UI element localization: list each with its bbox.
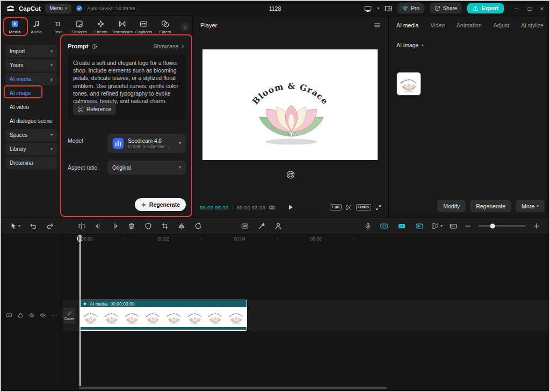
ai-image-thumbnail[interactable]: Bloom & Grace <box>396 72 421 96</box>
audio-icon <box>32 20 40 28</box>
frame-view-icon[interactable] <box>269 205 275 210</box>
track-preview-icon[interactable] <box>6 312 12 318</box>
tab-ai-media[interactable]: AI media <box>396 22 418 28</box>
share-button[interactable]: Share <box>430 3 462 13</box>
audio-track-icon[interactable] <box>432 222 439 230</box>
track-toggle-3-icon[interactable] <box>414 222 425 230</box>
delete-icon[interactable] <box>128 222 135 230</box>
timeline-ruler[interactable]: 00:00|00:02|00:04|00:06| <box>1 235 549 244</box>
trim-right-icon[interactable] <box>111 222 119 230</box>
showcase-link[interactable]: Showcase <box>154 43 186 49</box>
modify-button[interactable]: Modify <box>437 200 466 212</box>
reference-icon <box>78 106 84 112</box>
menu-button[interactable]: Menu ▾ <box>45 4 71 13</box>
zoom-out-icon[interactable] <box>464 222 472 230</box>
aspect-ratio-dropdown[interactable]: Original ▾ <box>107 161 186 175</box>
chevron-down-icon[interactable]: ▾ <box>18 224 20 228</box>
track-toggle-2-icon[interactable] <box>396 222 407 230</box>
redo-icon[interactable] <box>46 222 54 230</box>
timeline-scrollbar[interactable] <box>79 387 387 389</box>
crop-icon[interactable] <box>161 222 169 230</box>
maximize-button[interactable]: □ <box>528 5 531 12</box>
clip-duration: 00:00:03:00 <box>111 301 135 307</box>
sidebar-item-yours[interactable]: Yours ▾ <box>5 59 57 71</box>
rotate-icon[interactable] <box>194 222 202 230</box>
undo-icon[interactable] <box>30 222 37 230</box>
tab-captions[interactable]: Captions <box>133 20 154 34</box>
sidebar-item-spaces[interactable]: Spaces ▾ <box>5 129 57 141</box>
info-icon[interactable] <box>91 43 97 49</box>
play-button[interactable] <box>287 204 294 211</box>
ruler-tick: | <box>125 236 126 241</box>
more-button[interactable]: More ▾ <box>516 200 545 212</box>
sidebar-item-ai-video[interactable]: AI video <box>5 101 57 113</box>
mirror-icon[interactable] <box>178 222 185 230</box>
chevron-down-icon[interactable]: ▾ <box>377 6 379 11</box>
tab-audio[interactable]: Audio <box>26 20 47 34</box>
clip-header: AI media 00:00:03:00 <box>80 300 247 307</box>
track-header-divider <box>62 235 62 392</box>
tab-animation[interactable]: Animation <box>457 22 482 28</box>
sidebar-item-library[interactable]: Library ▾ <box>5 143 57 155</box>
track-toggle-1-icon[interactable] <box>379 222 389 230</box>
reference-button[interactable]: Reference <box>73 103 116 115</box>
tab-ai-stylize[interactable]: AI stylize <box>521 22 544 28</box>
visibility-icon[interactable] <box>28 312 35 318</box>
sidebar-item-dreamina[interactable]: Dreamina <box>5 157 57 169</box>
fullscreen-icon[interactable] <box>375 205 381 210</box>
chevron-down-icon[interactable]: ▾ <box>440 224 443 228</box>
tab-video[interactable]: Video <box>430 22 445 28</box>
tab-transitions[interactable]: Transitions <box>112 20 133 34</box>
text-icon: TI <box>54 20 62 28</box>
tab-effects[interactable]: Effects <box>90 20 111 34</box>
focus-icon[interactable] <box>346 205 352 210</box>
model-dropdown[interactable]: Seedream 4.0 Create a cohesive ... ▾ <box>107 134 186 153</box>
sidebar-item-ai-image[interactable]: AI image <box>5 87 57 99</box>
character-icon[interactable] <box>274 222 282 230</box>
tab-media[interactable]: Media <box>4 20 25 34</box>
mute-icon[interactable] <box>40 312 46 318</box>
prompt-input[interactable]: Create a soft and elegant logo for a flo… <box>68 54 186 120</box>
tab-stickers[interactable]: Stickers <box>69 20 90 34</box>
microphone-icon[interactable] <box>364 222 372 230</box>
playhead[interactable] <box>79 235 81 386</box>
trim-left-icon[interactable] <box>95 222 102 230</box>
model-label: Model <box>68 134 107 144</box>
hd-icon[interactable]: HD <box>241 222 249 230</box>
playhead-handle[interactable] <box>77 235 82 242</box>
full-screen-badge[interactable]: Full <box>330 204 342 210</box>
timeline-clip[interactable]: AI media 00:00:03:00 Bloom & Grace Bloom… <box>79 300 247 331</box>
tab-filters[interactable]: Filters <box>155 20 176 34</box>
clip-thumbnail: Bloom & Grace <box>163 307 184 327</box>
preview-display-icon[interactable] <box>364 5 372 12</box>
pro-button[interactable]: Pro <box>397 3 424 13</box>
sidebar-item-import[interactable]: Import ▾ <box>5 45 57 57</box>
loop-icon[interactable] <box>286 170 295 179</box>
cover-button[interactable]: Cover <box>63 308 75 324</box>
sidebar-item-ai-dialogue-scene[interactable]: AI dialogue scene <box>5 115 57 127</box>
split-icon[interactable] <box>78 222 85 230</box>
minimize-button[interactable]: ─ <box>515 5 518 12</box>
sparkle-icon <box>83 302 87 306</box>
zoom-slider[interactable] <box>479 225 526 227</box>
mask-icon[interactable] <box>144 222 152 230</box>
regenerate-button-right[interactable]: Regenerate <box>470 200 511 212</box>
keyboard-icon[interactable] <box>450 222 457 230</box>
regenerate-button[interactable]: Regenerate <box>135 198 186 211</box>
close-button[interactable]: × <box>540 5 544 12</box>
more-icon[interactable] <box>51 312 57 318</box>
sidebar-item-ai-media[interactable]: AI media ▴ <box>5 73 57 85</box>
select-tool-icon[interactable] <box>10 222 17 230</box>
lock-icon[interactable] <box>17 312 24 318</box>
ai-image-section-header[interactable]: AI image ▴ <box>396 42 550 48</box>
tab-adjust[interactable]: Adjust <box>494 22 509 28</box>
ratio-badge[interactable]: Ratio <box>356 204 371 210</box>
zoom-in-icon[interactable] <box>533 222 540 230</box>
player-menu-icon[interactable] <box>373 21 381 29</box>
more-tabs-button[interactable] <box>180 23 189 31</box>
panel-layout-icon[interactable] <box>385 5 392 12</box>
zoom-slider-knob[interactable] <box>490 223 495 228</box>
export-button[interactable]: Export <box>467 3 504 13</box>
tab-text[interactable]: TI Text <box>47 20 68 34</box>
magic-wand-icon[interactable] <box>258 222 265 230</box>
